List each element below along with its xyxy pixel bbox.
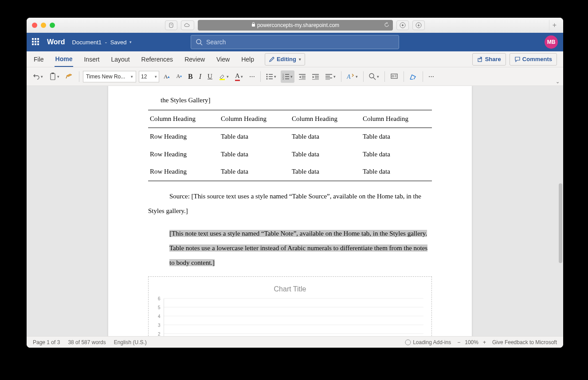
styles-button[interactable]: A▾ <box>345 70 360 83</box>
svg-rect-11 <box>220 79 225 80</box>
url-text: powerconcepts-my.sharepoint.com <box>257 22 339 28</box>
find-button[interactable]: ▾ <box>367 70 381 83</box>
bullets-button[interactable]: ▾ <box>264 70 278 83</box>
zoom-in-button[interactable]: + <box>483 339 486 345</box>
table-note: a. [This note text uses a style named “T… <box>148 226 432 270</box>
tab-insert[interactable]: Insert <box>83 52 100 66</box>
page-indicator[interactable]: Page 1 of 3 <box>33 339 60 345</box>
user-avatar[interactable]: MB <box>545 35 558 49</box>
chart-object[interactable]: Chart Title 23456 <box>148 276 432 337</box>
feedback-link[interactable]: Give Feedback to Microsoft <box>492 339 557 345</box>
privacy-report-button[interactable] <box>165 20 177 30</box>
circle-down-icon[interactable] <box>396 20 409 30</box>
downloads-icon[interactable] <box>412 20 425 30</box>
app-launcher-icon[interactable] <box>32 38 40 46</box>
zoom-out-button[interactable]: − <box>457 339 460 345</box>
traffic-lights <box>32 23 55 28</box>
more-font-button[interactable]: ⋯ <box>247 70 257 83</box>
search-input[interactable]: Search <box>191 35 399 49</box>
svg-point-40 <box>392 75 394 77</box>
document-canvas[interactable]: the Styles Gallery] Column HeadingColumn… <box>27 86 563 336</box>
minimize-window-button[interactable] <box>41 23 46 28</box>
status-bar: Page 1 of 3 38 of 587 words English (U.S… <box>27 336 563 348</box>
language-indicator[interactable]: English (U.S.) <box>114 339 147 345</box>
app-window: powerconcepts-my.sharepoint.com + Word D… <box>27 18 563 348</box>
table-source-text: Source: [This source text uses a style n… <box>148 189 432 218</box>
pencil-icon <box>269 56 275 62</box>
share-button[interactable]: Share <box>472 53 506 66</box>
vertical-scrollbar[interactable] <box>559 183 562 263</box>
svg-point-37 <box>369 74 374 78</box>
align-button[interactable]: ▾ <box>324 70 337 83</box>
document-page: the Styles Gallery] Column HeadingColumn… <box>108 86 472 336</box>
font-name-select[interactable]: Times New Ro...▾ <box>83 71 136 82</box>
highlight-button[interactable]: ▾ <box>217 70 231 83</box>
tab-home[interactable]: Home <box>55 52 74 67</box>
word-header: Word Document1 - Saved ▾ Search MB <box>27 33 563 51</box>
table-header: Column Heading <box>148 110 219 128</box>
tab-review[interactable]: Review <box>184 52 206 66</box>
editing-mode-button[interactable]: Editing ▾ <box>265 53 305 66</box>
comments-button[interactable]: Comments <box>510 53 557 66</box>
svg-point-12 <box>266 74 267 75</box>
bold-button[interactable]: B <box>186 70 195 83</box>
font-size-select[interactable]: 12▾ <box>139 71 159 82</box>
chart-title: Chart Title <box>157 283 423 295</box>
word-count[interactable]: 38 of 587 words <box>68 339 106 345</box>
tab-help[interactable]: Help <box>240 52 255 66</box>
ribbon-tabs: File Home Insert Layout References Revie… <box>27 51 563 67</box>
chart-plot: 23456 <box>164 299 423 336</box>
reload-icon[interactable] <box>384 22 389 29</box>
fullscreen-window-button[interactable] <box>50 23 55 28</box>
svg-point-44 <box>405 340 411 345</box>
svg-rect-10 <box>51 73 54 74</box>
more-commands-button[interactable]: ⋯ <box>427 70 436 83</box>
svg-rect-9 <box>51 74 55 80</box>
svg-text:3: 3 <box>282 78 284 80</box>
zoom-level: 100% <box>465 339 478 345</box>
new-tab-button[interactable]: + <box>549 20 560 31</box>
font-color-button[interactable]: A▾ <box>233 70 245 83</box>
svg-point-16 <box>266 78 267 79</box>
table-header: Column Heading <box>219 110 290 128</box>
svg-point-4 <box>402 24 404 26</box>
svg-point-14 <box>266 76 267 77</box>
tab-references[interactable]: References <box>141 52 174 66</box>
tab-view[interactable]: View <box>216 52 231 66</box>
italic-button[interactable]: I <box>197 70 203 83</box>
grow-font-button[interactable]: A▴ <box>162 70 172 83</box>
share-icon <box>477 56 483 62</box>
svg-point-1 <box>171 24 172 25</box>
table-row: Row HeadingTable dataTable dataTable dat… <box>148 163 432 181</box>
svg-point-6 <box>196 39 201 44</box>
table-header: Column Heading <box>361 110 432 128</box>
underline-button[interactable]: U <box>206 70 214 83</box>
document-title[interactable]: Document1 - Saved ▾ <box>72 39 132 46</box>
table-row: Row HeadingTable dataTable dataTable dat… <box>148 128 432 146</box>
table-header: Column Heading <box>290 110 361 128</box>
table-row: Row HeadingTable dataTable dataTable dat… <box>148 146 432 163</box>
zoom-control[interactable]: − 100% + <box>457 339 486 345</box>
paste-button[interactable]: ▾ <box>47 70 61 83</box>
tab-file[interactable]: File <box>33 52 45 66</box>
cloud-icon[interactable] <box>181 20 194 30</box>
document-table: Column HeadingColumn HeadingColumn Headi… <box>148 110 432 181</box>
format-painter-button[interactable] <box>64 70 75 83</box>
comment-icon <box>514 56 521 62</box>
decrease-indent-button[interactable] <box>297 70 308 83</box>
selected-text[interactable]: [This note text uses a style named “Tabl… <box>169 230 427 266</box>
addins-icon <box>405 339 411 345</box>
undo-button[interactable]: ▾ <box>31 70 45 83</box>
collapse-ribbon-icon[interactable]: ⌄ <box>556 79 560 85</box>
toolbar: ▾ ▾ Times New Ro...▾ 12▾ A▴ A▾ B I U ▾ A… <box>27 67 563 86</box>
close-window-button[interactable] <box>32 23 37 28</box>
increase-indent-button[interactable] <box>310 70 321 83</box>
remnant-line: the Styles Gallery] <box>148 95 432 106</box>
shrink-font-button[interactable]: A▾ <box>174 70 184 83</box>
dictate-button[interactable] <box>388 70 400 83</box>
search-icon <box>196 39 203 46</box>
numbering-button[interactable]: 123▾ <box>281 70 294 83</box>
editor-button[interactable] <box>408 70 419 83</box>
tab-layout[interactable]: Layout <box>110 52 130 66</box>
url-bar[interactable]: powerconcepts-my.sharepoint.com <box>198 20 393 31</box>
